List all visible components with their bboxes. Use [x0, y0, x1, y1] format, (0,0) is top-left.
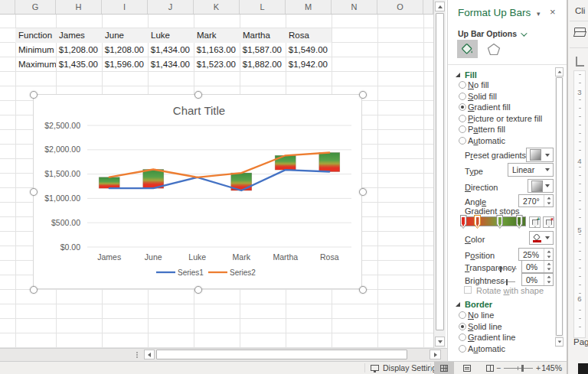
column-header-G[interactable]: G: [15, 0, 56, 14]
border-option-solid-line[interactable]: Solid line: [448, 321, 555, 333]
value-cell[interactable]: $1,523.00: [194, 57, 240, 72]
column-header-O[interactable]: O: [377, 0, 423, 14]
pane-scroll-thumb[interactable]: [556, 77, 563, 336]
border-section-header[interactable]: Border: [456, 300, 492, 309]
radio-button[interactable]: [459, 93, 466, 100]
radio-button[interactable]: [459, 125, 466, 133]
gradient-stop-marker[interactable]: [516, 215, 523, 229]
brightness-spinner[interactable]: 0%: [521, 273, 554, 286]
fill-line-tab[interactable]: [457, 40, 478, 58]
value-cell[interactable]: $1,942.00: [286, 57, 332, 72]
column-header-L[interactable]: L: [240, 0, 286, 14]
header-cell[interactable]: Martha: [240, 28, 286, 43]
angle-spinner[interactable]: 270°: [518, 194, 554, 207]
spin-arrows[interactable]: [544, 274, 553, 285]
radio-button[interactable]: [459, 333, 466, 341]
value-cell[interactable]: $1,208.00: [102, 43, 148, 57]
remove-gradient-stop-button[interactable]: ×: [543, 216, 554, 228]
pane-scrollbar[interactable]: [555, 67, 564, 347]
gradient-stop-marker[interactable]: [496, 215, 503, 229]
tab-splitter-handle[interactable]: [136, 352, 139, 358]
position-spinner[interactable]: 25%: [518, 248, 554, 261]
worksheet-grid[interactable]: GHIJKLMNO FunctionJamesJuneLukeMarkMarth…: [0, 0, 433, 348]
column-header-I[interactable]: I: [102, 0, 148, 14]
sheet-vertical-scrollbar[interactable]: [433, 0, 446, 348]
table-header-row[interactable]: FunctionJamesJuneLukeMarkMarthaRosa: [0, 28, 433, 43]
fill-option-automatic[interactable]: Automatic: [448, 135, 555, 147]
value-cell[interactable]: $1,434.00: [148, 43, 194, 57]
radio-button[interactable]: [459, 345, 466, 353]
rotate-with-shape-checkbox[interactable]: [464, 286, 472, 294]
column-header-partial[interactable]: [0, 0, 15, 14]
selection-handle[interactable]: [194, 286, 202, 294]
transparency-spinner[interactable]: 0%: [521, 260, 554, 273]
zoom-slider-thumb[interactable]: [521, 365, 524, 372]
row-label-cell[interactable]: Minimum: [15, 43, 56, 57]
zoom-slider-track[interactable]: [504, 368, 533, 369]
add-gradient-stop-button[interactable]: +: [529, 216, 541, 228]
value-cell[interactable]: $1,163.00: [194, 43, 240, 57]
radio-button[interactable]: [459, 137, 466, 145]
gradient-stop-marker-selected[interactable]: [474, 215, 481, 229]
zoom-level-button[interactable]: 145%: [541, 363, 562, 372]
display-settings-button[interactable]: Display Settings: [383, 363, 440, 372]
spin-arrows[interactable]: [544, 261, 553, 272]
slider-thumb[interactable]: [506, 279, 508, 285]
header-cell[interactable]: Luke: [148, 28, 194, 43]
radio-button[interactable]: [459, 103, 466, 111]
value-cell[interactable]: $1,208.00: [56, 43, 102, 57]
slider-thumb[interactable]: [500, 266, 501, 272]
radio-button[interactable]: [459, 311, 466, 319]
table-row-minimum[interactable]: Minimum$1,208.00$1,208.00$1,434.00$1,163…: [0, 43, 433, 57]
border-option-gradient-line[interactable]: Gradient line: [448, 332, 555, 343]
fill-option-picture-or-texture-fill[interactable]: Picture or texture fill: [448, 113, 555, 125]
selection-handle[interactable]: [359, 91, 367, 99]
direction-button[interactable]: [528, 179, 554, 193]
fill-option-no-fill[interactable]: No fill: [448, 80, 555, 91]
type-combobox[interactable]: Linear: [508, 163, 554, 177]
header-cell[interactable]: James: [56, 28, 102, 43]
border-option-no-line[interactable]: No line: [448, 310, 555, 321]
value-cell[interactable]: $1,882.00: [240, 57, 286, 72]
value-cell[interactable]: $1,434.00: [148, 57, 194, 72]
header-cell[interactable]: Function: [15, 28, 56, 43]
spin-arrows[interactable]: [544, 195, 553, 207]
gradient-stop-marker[interactable]: [460, 215, 467, 229]
column-headers[interactable]: GHIJKLMNO: [0, 0, 433, 15]
page-layout-view-button[interactable]: [457, 362, 477, 374]
header-cell[interactable]: Rosa: [286, 28, 332, 43]
up-bar-options-dropdown[interactable]: Up Bar Options: [458, 29, 525, 38]
value-cell[interactable]: $1,596.00: [102, 57, 148, 72]
fill-option-pattern-fill[interactable]: Pattern fill: [448, 124, 555, 135]
column-header-H[interactable]: H: [56, 0, 102, 14]
effects-tab[interactable]: [483, 40, 504, 58]
radio-button[interactable]: [459, 81, 466, 89]
selection-handle[interactable]: [30, 286, 38, 294]
selection-handle[interactable]: [194, 91, 202, 99]
scroll-down-button[interactable]: [435, 337, 445, 346]
table-row-maximum[interactable]: Maximum$1,435.00$1,596.00$1,434.00$1,523…: [0, 57, 433, 72]
spin-arrows[interactable]: [544, 249, 553, 260]
brightness-slider[interactable]: [498, 281, 515, 282]
value-cell[interactable]: $1,549.00: [286, 43, 332, 57]
vertical-scroll-thumb[interactable]: [436, 13, 444, 330]
preset-gradients-button[interactable]: [526, 148, 554, 162]
gradient-stops-bar[interactable]: [460, 216, 526, 226]
scroll-right-button[interactable]: [430, 350, 441, 359]
selection-handle[interactable]: [30, 188, 38, 196]
value-cell[interactable]: $1,435.00: [56, 57, 102, 72]
fill-option-solid-fill[interactable]: Solid fill: [448, 91, 555, 102]
header-cell[interactable]: Mark: [194, 28, 240, 43]
radio-button[interactable]: [459, 115, 466, 122]
border-option-automatic[interactable]: Automatic: [448, 343, 555, 355]
fill-color-button[interactable]: [529, 231, 554, 245]
chart-object[interactable]: $0.00$500.00$1,000.00$1,500.00$2,000.00$…: [33, 94, 362, 289]
folder-icon[interactable]: [574, 28, 586, 36]
zoom-out-button[interactable]: −: [496, 363, 501, 372]
transparency-slider[interactable]: [500, 268, 517, 269]
pane-close-icon[interactable]: ×: [550, 6, 556, 18]
selection-handle[interactable]: [359, 286, 367, 294]
radio-button[interactable]: [459, 323, 466, 330]
fill-option-gradient-fill[interactable]: Gradient fill: [448, 102, 555, 113]
header-cell[interactable]: June: [102, 28, 148, 43]
